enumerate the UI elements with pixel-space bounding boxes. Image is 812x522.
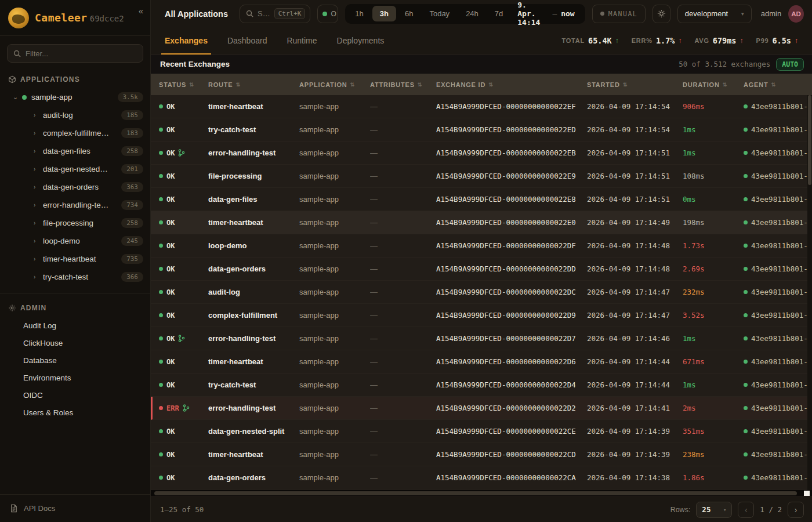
table-row[interactable]: OKtry-catch-testsample-app—A154B9A999DFC… <box>151 118 812 142</box>
status-label: OK <box>166 195 175 204</box>
column-header-attributes[interactable]: ATTRIBUTES⇅ <box>370 81 436 88</box>
started-cell: 2026-04-09 17:14:51 <box>587 148 683 157</box>
status-cell: OK <box>159 265 208 273</box>
admin-item-audit-log[interactable]: Audit Log <box>0 317 150 334</box>
manual-label: MANUAL <box>608 10 638 18</box>
table-row[interactable]: OKdata-gen-nested-splitsample-app—A154B9… <box>151 420 812 443</box>
time-range-7d[interactable]: 7d <box>487 6 510 21</box>
status-cell: OK <box>159 311 208 320</box>
admin-item-users-roles[interactable]: Users & Roles <box>0 404 150 421</box>
column-header-application[interactable]: APPLICATION⇅ <box>299 81 370 88</box>
table-row[interactable]: OKerror-handling-testsample-app—A154B9A9… <box>151 142 812 165</box>
route-name: audit-log <box>43 111 121 119</box>
theme-toggle-button[interactable] <box>652 5 670 23</box>
route-cell: loop-demo <box>208 241 299 250</box>
sidebar-route-data-gen-orders[interactable]: ›data-gen-orders363 <box>0 178 150 196</box>
table-row[interactable]: OKaudit-logsample-app—A154B9A999DFCED-00… <box>151 281 812 304</box>
status-label: OK <box>166 427 175 436</box>
route-count-badge: 245 <box>121 236 143 246</box>
application-cell: sample-app <box>299 125 370 134</box>
time-range-24h[interactable]: 24h <box>458 6 486 21</box>
table-row[interactable]: OKtimer-heartbeatsample-app—A154B9A999DF… <box>151 211 812 234</box>
tab-deployments[interactable]: Deployments <box>337 27 385 54</box>
table-row[interactable]: OKdata-gen-orderssample-app—A154B9A999DF… <box>151 466 812 490</box>
prev-page-button[interactable]: ‹ <box>738 502 754 518</box>
table-row[interactable]: OKtimer-heartbeatsample-app—A154B9A999DF… <box>151 95 812 118</box>
time-range-buttons: 1h3h6hToday24h7d <box>347 6 510 21</box>
admin-item-database[interactable]: Database <box>0 351 150 369</box>
sidebar-item-sample-app[interactable]: ⌄ sample-app 3.5k <box>0 88 150 106</box>
time-range-1h[interactable]: 1h <box>347 6 371 21</box>
route-count-badge: 201 <box>121 164 143 174</box>
sidebar-filter-input[interactable]: Filter... <box>7 44 143 63</box>
environment-select[interactable]: development ▾ <box>677 5 752 23</box>
auto-refresh-badge[interactable]: AUTO <box>776 58 804 71</box>
stat-p99: P996.5s↑ <box>756 36 799 45</box>
sidebar-tree: APPLICATIONS ⌄ sample-app 3.5k ›audit-lo… <box>0 68 150 494</box>
admin-item-oidc[interactable]: OIDC <box>0 386 150 404</box>
table-row[interactable]: OKfile-processingsample-app—A154B9A999DF… <box>151 165 812 188</box>
sidebar-route-error-handling-te[interactable]: ›error-handling-te…734 <box>0 196 150 214</box>
app-count-badge: 3.5k <box>118 92 144 102</box>
vertical-scrollbar[interactable] <box>807 95 812 490</box>
table-row[interactable]: OKdata-gen-orderssample-app—A154B9A999DF… <box>151 258 812 281</box>
time-range-3h[interactable]: 3h <box>372 6 396 21</box>
document-icon <box>9 504 18 513</box>
sidebar-route-complex-fulfillme[interactable]: ›complex-fulfillme…183 <box>0 124 150 142</box>
admin-item-environments[interactable]: Environments <box>0 369 150 386</box>
chevron-right-icon: › <box>34 238 43 244</box>
tab-dashboard[interactable]: Dashboard <box>227 27 267 54</box>
column-header-status[interactable]: STATUS⇅ <box>159 81 208 88</box>
horizontal-scrollbar[interactable] <box>151 490 812 496</box>
admin-item-clickhouse[interactable]: ClickHouse <box>0 334 150 351</box>
table-row[interactable]: ERRerror-handling-testsample-app—A154B9A… <box>151 397 812 420</box>
sidebar-route-data-gen-nested[interactable]: ›data-gen-nested…201 <box>0 160 150 178</box>
sidebar-route-audit-log[interactable]: ›audit-log185 <box>0 106 150 124</box>
logo-title: Cameleer <box>35 12 88 24</box>
route-name: complex-fulfillme… <box>43 129 121 137</box>
sidebar-collapse-icon[interactable]: « <box>139 6 143 16</box>
api-docs-link[interactable]: API Docs <box>0 494 150 522</box>
sidebar-route-timer-heartbeat[interactable]: ›timer-heartbeat735 <box>0 250 150 268</box>
application-cell: sample-app <box>299 311 370 320</box>
next-page-button[interactable]: › <box>788 502 804 518</box>
column-header-route[interactable]: ROUTE⇅ <box>208 81 299 88</box>
chevron-right-icon: › <box>34 148 43 154</box>
application-cell: sample-app <box>299 172 370 180</box>
tab-runtime[interactable]: Runtime <box>287 27 317 54</box>
time-range-6h[interactable]: 6h <box>397 6 420 21</box>
table-row[interactable]: OKtimer-heartbeatsample-app—A154B9A999DF… <box>151 443 812 466</box>
sidebar-route-try-catch-test[interactable]: ›try-catch-test366 <box>0 268 150 286</box>
agent-status-dot <box>744 313 748 317</box>
sidebar-route-data-gen-files[interactable]: ›data-gen-files258 <box>0 142 150 160</box>
table-row[interactable]: OKcomplex-fulfillmentsample-app—A154B9A9… <box>151 304 812 327</box>
table-row[interactable]: OKtimer-heartbeatsample-app—A154B9A999DF… <box>151 350 812 374</box>
column-header-started[interactable]: STARTED⇅ <box>587 81 683 88</box>
table-row[interactable]: OKloop-demosample-app—A154B9A999DFCED-00… <box>151 234 812 258</box>
agent-status-dot <box>744 197 748 201</box>
column-header-duration[interactable]: DURATION⇅ <box>683 81 744 88</box>
search-icon <box>246 10 253 17</box>
horizontal-scrollbar-thumb[interactable] <box>154 491 797 495</box>
stat-label: TOTAL <box>561 37 585 44</box>
column-header-exchange-id[interactable]: EXCHANGE ID⇅ <box>436 81 587 88</box>
exchange-id-cell: A154B9A999DFCED-00000000000022EB <box>436 148 587 157</box>
manual-refresh-button[interactable]: MANUAL <box>592 5 646 23</box>
sidebar-route-loop-demo[interactable]: ›loop-demo245 <box>0 232 150 250</box>
date-range-display[interactable]: 9. Apr. 14:14 – now <box>512 1 582 27</box>
sidebar-route-file-processing[interactable]: ›file-processing258 <box>0 214 150 232</box>
table-row[interactable]: OKtry-catch-testsample-app—A154B9A999DFC… <box>151 374 812 397</box>
route-cell: try-catch-test <box>208 125 299 134</box>
global-search-input[interactable]: S… Ctrl+K <box>240 5 310 23</box>
vertical-scrollbar-thumb[interactable] <box>808 95 811 185</box>
column-header-agent[interactable]: AGENT⇅ <box>744 81 812 88</box>
tab-exchanges[interactable]: Exchanges <box>165 27 208 54</box>
avatar[interactable]: AD <box>788 5 804 23</box>
time-range-today[interactable]: Today <box>422 6 457 21</box>
status-dot <box>159 406 163 410</box>
ok-status-filter-button[interactable]: O <box>317 5 338 23</box>
table-row[interactable]: OKdata-gen-filessample-app—A154B9A999DFC… <box>151 188 812 211</box>
table-row[interactable]: OKerror-handling-testsample-app—A154B9A9… <box>151 327 812 350</box>
agent-id: 43ee9811b801-1 <box>751 404 812 412</box>
rows-per-page-select[interactable]: 25 ▾ <box>696 502 732 518</box>
